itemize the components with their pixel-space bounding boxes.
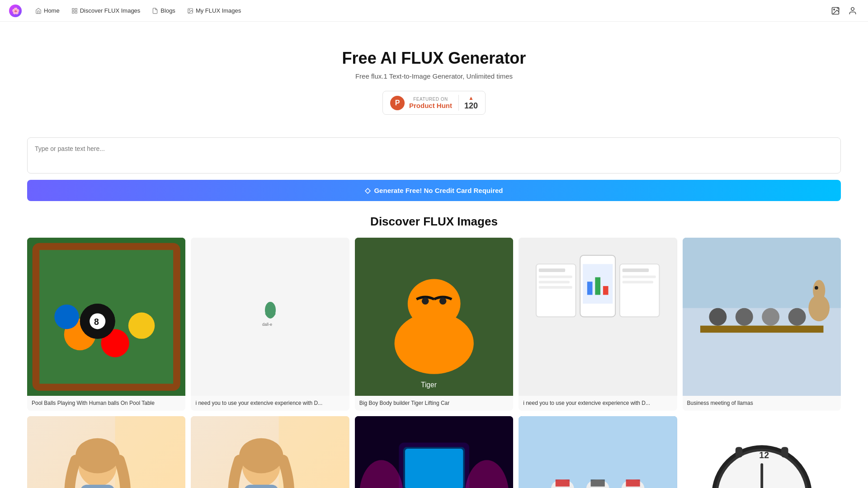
svg-rect-33 xyxy=(603,286,609,295)
card-image-anime1 xyxy=(27,416,185,488)
svg-rect-45 xyxy=(700,326,824,333)
ph-featured-label: FEATURED ON xyxy=(409,97,452,102)
nav-home[interactable]: Home xyxy=(31,5,64,16)
file-icon xyxy=(152,8,158,14)
ph-text: FEATURED ON Product Hunt xyxy=(409,97,452,109)
nav-links: Home Discover FLUX Images Blogs My FLUX … xyxy=(31,5,829,16)
card-visual-tiger: Tiger xyxy=(355,238,513,396)
svg-rect-84 xyxy=(556,479,570,487)
generate-button[interactable]: ◇ Generate Free! No Credit Card Required xyxy=(27,180,841,201)
card-label-phone: i need you to use your extencive experie… xyxy=(519,396,677,411)
logo[interactable]: 🌸 xyxy=(9,5,22,17)
svg-rect-37 xyxy=(539,281,570,283)
card-visual-arabic xyxy=(519,416,677,488)
ph-count-box: ▲ 120 xyxy=(458,95,478,111)
svg-text:12: 12 xyxy=(759,450,769,460)
card-image-arabic xyxy=(519,416,677,488)
image-card-dalle[interactable]: dall-e i need you to use your extencive … xyxy=(191,238,349,411)
image-grid-row2: Anime girl by window xyxy=(27,416,841,488)
svg-point-26 xyxy=(439,297,447,305)
ph-icon: P xyxy=(390,96,405,110)
svg-point-63 xyxy=(239,438,283,474)
svg-rect-1 xyxy=(75,8,77,10)
svg-point-46 xyxy=(709,308,726,326)
card-visual-dalle: dall-e xyxy=(191,238,349,396)
image-card-arabic[interactable]: Arabic business meeting xyxy=(519,416,677,488)
user-button[interactable] xyxy=(846,5,859,17)
svg-rect-39 xyxy=(620,264,660,317)
image-card-phone[interactable]: i need you to use your extencive experie… xyxy=(519,238,677,411)
card-image-dalle: dall-e xyxy=(191,238,349,396)
card-image-clock: 12 3 6 9 xyxy=(683,416,841,488)
svg-rect-35 xyxy=(539,268,565,272)
hero-section: Free AI FLUX Generator Free flux.1 Text-… xyxy=(0,22,868,128)
card-label-dalle: i need you to use your extencive experie… xyxy=(191,396,349,411)
nav-blogs[interactable]: Blogs xyxy=(147,5,180,16)
svg-rect-32 xyxy=(595,277,601,295)
svg-rect-64 xyxy=(244,485,279,488)
grid-icon xyxy=(71,8,78,14)
svg-rect-70 xyxy=(405,449,463,488)
svg-rect-57 xyxy=(80,485,115,488)
nav-discover-label: Discover FLUX Images xyxy=(80,7,141,14)
ph-count: 120 xyxy=(464,101,478,111)
card-image-llama xyxy=(683,238,841,396)
card-visual-phone xyxy=(519,238,677,396)
svg-rect-36 xyxy=(539,276,572,278)
upload-icon xyxy=(831,6,840,15)
nav-right xyxy=(829,5,859,17)
image-card-arcade[interactable]: ARCADE Arcade machine xyxy=(355,416,513,488)
svg-point-49 xyxy=(788,308,806,326)
svg-rect-79 xyxy=(519,416,677,488)
svg-rect-106 xyxy=(735,447,742,457)
svg-point-48 xyxy=(762,308,779,326)
nav-my-flux[interactable]: My FLUX Images xyxy=(183,5,245,16)
svg-point-52 xyxy=(815,286,818,290)
card-label-tiger: Big Boy Body builder Tiger Lifting Car xyxy=(355,396,513,411)
svg-point-18 xyxy=(128,312,155,338)
nav-discover[interactable]: Discover FLUX Images xyxy=(67,5,145,16)
generate-button-label: Generate Free! No Credit Card Required xyxy=(374,187,503,194)
image-grid-row1: 8 Pool Balls Playing With Human balls On… xyxy=(27,238,841,411)
ph-arrow-icon: ▲ xyxy=(468,95,474,101)
user-icon xyxy=(848,6,857,15)
navbar: 🌸 Home Discover FLUX Images Blogs My FLU… xyxy=(0,0,868,22)
card-image-pool: 8 xyxy=(27,238,185,396)
product-hunt-badge[interactable]: P FEATURED ON Product Hunt ▲ 120 xyxy=(382,91,486,115)
image-card-clock[interactable]: 12 3 6 9 Colorful clock splash xyxy=(683,416,841,488)
home-icon xyxy=(35,8,42,14)
svg-point-51 xyxy=(813,280,825,301)
card-image-anime2 xyxy=(191,416,349,488)
prompt-input[interactable] xyxy=(27,137,841,174)
svg-rect-40 xyxy=(623,268,649,272)
image-card-pool[interactable]: 8 Pool Balls Playing With Human balls On… xyxy=(27,238,185,411)
upload-button[interactable] xyxy=(829,5,842,17)
svg-rect-107 xyxy=(781,447,788,457)
svg-point-7 xyxy=(834,9,835,9)
diamond-icon: ◇ xyxy=(365,186,370,195)
hero-subtitle: Free flux.1 Text-to-Image Generator, Unl… xyxy=(9,72,859,80)
image-icon xyxy=(187,8,193,14)
discover-title: Discover FLUX Images xyxy=(27,215,841,229)
image-card-anime2[interactable]: Anime girl sitting xyxy=(191,416,349,488)
svg-rect-3 xyxy=(75,11,77,13)
image-card-llama[interactable]: Business meeting of llamas xyxy=(683,238,841,411)
discover-section: Discover FLUX Images 8 xyxy=(0,201,868,488)
card-label-llama: Business meeting of llamas xyxy=(683,396,841,411)
image-card-anime1[interactable]: Anime girl by window xyxy=(27,416,185,488)
svg-point-47 xyxy=(735,308,753,326)
svg-rect-92 xyxy=(626,479,640,487)
svg-rect-34 xyxy=(536,264,576,317)
svg-rect-2 xyxy=(72,11,74,13)
nav-home-label: Home xyxy=(44,7,60,14)
svg-rect-42 xyxy=(623,281,653,283)
card-visual-anime2 xyxy=(191,416,349,488)
card-image-phone xyxy=(519,238,677,396)
svg-rect-41 xyxy=(623,276,656,278)
svg-text:8: 8 xyxy=(94,317,99,327)
card-visual-clock: 12 3 6 9 xyxy=(683,416,841,488)
ph-name: Product Hunt xyxy=(409,102,452,109)
svg-rect-88 xyxy=(591,479,605,487)
image-card-tiger[interactable]: Tiger Big Boy Body builder Tiger Lifting… xyxy=(355,238,513,411)
svg-rect-38 xyxy=(539,286,572,289)
